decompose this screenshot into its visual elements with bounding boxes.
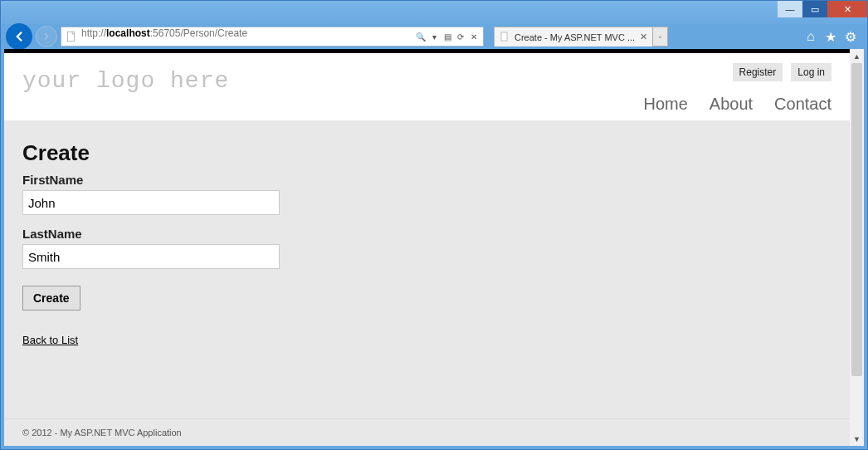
nav-contact[interactable]: Contact <box>774 95 831 114</box>
firstname-input[interactable] <box>22 190 280 215</box>
header-right: Register Log in Home About Contact <box>643 63 831 114</box>
page-body: Create FirstName LastName Create Back to… <box>4 120 850 418</box>
account-links: Register Log in <box>733 63 831 81</box>
scroll-track[interactable] <box>850 63 864 432</box>
arrow-left-icon <box>12 29 27 44</box>
url-path: :56705/Person/Create <box>150 27 247 39</box>
page-viewport: your logo here Register Log in Home Abou… <box>4 49 850 446</box>
url-proto: http:// <box>81 27 106 39</box>
arrow-right-icon <box>41 32 51 42</box>
register-link[interactable]: Register <box>733 63 783 81</box>
nav-about[interactable]: About <box>710 95 753 114</box>
address-bar[interactable]: http://localhost:56705/Person/Create 🔍 ▾… <box>61 27 484 46</box>
url-host: localhost <box>106 27 150 39</box>
page-title: Create <box>22 140 831 166</box>
vertical-scrollbar[interactable]: ▲ ▼ <box>850 49 864 446</box>
tab-strip: Create - My ASP.NET MVC ... ✕ ▫ <box>494 27 668 46</box>
lastname-label: LastName <box>22 227 831 241</box>
search-dropdown-icon[interactable]: ▾ <box>428 31 440 42</box>
browser-tab-active[interactable]: Create - My ASP.NET MVC ... ✕ <box>494 27 653 46</box>
svg-rect-0 <box>67 32 74 42</box>
browser-toolbar: http://localhost:56705/Person/Create 🔍 ▾… <box>1 24 867 49</box>
window-close-button[interactable]: ✕ <box>827 1 867 17</box>
compat-view-icon[interactable]: ▤ <box>441 31 453 42</box>
nav-back-button[interactable] <box>6 23 32 50</box>
scroll-thumb[interactable] <box>851 63 862 376</box>
window-controls: — ▭ ✕ <box>778 1 867 17</box>
nav-home[interactable]: Home <box>643 95 687 114</box>
page-footer: © 2012 - My ASP.NET MVC Application <box>4 418 850 446</box>
window-minimize-button[interactable]: — <box>778 1 802 17</box>
address-bar-actions: 🔍 ▾ ▤ ⟳ ✕ <box>415 31 483 42</box>
scroll-up-button[interactable]: ▲ <box>850 49 864 63</box>
window-maximize-button[interactable]: ▭ <box>802 1 827 17</box>
refresh-icon[interactable]: ⟳ <box>455 31 466 42</box>
search-icon[interactable]: 🔍 <box>415 31 427 42</box>
back-to-list-link[interactable]: Back to List <box>22 334 78 346</box>
scroll-down-button[interactable]: ▼ <box>850 432 864 446</box>
toolbar-right: ⌂ ★ ⚙ <box>804 30 862 43</box>
site-logo[interactable]: your logo here <box>22 63 229 94</box>
login-link[interactable]: Log in <box>791 63 831 81</box>
firstname-label: FirstName <box>22 173 831 187</box>
client-area: your logo here Register Log in Home Abou… <box>4 49 864 446</box>
tools-gear-icon[interactable]: ⚙ <box>844 30 857 43</box>
submit-row: Create <box>22 286 831 311</box>
browser-window: — ▭ ✕ http://localhost:56705/Person/Crea… <box>0 0 868 450</box>
page-icon <box>64 29 79 44</box>
create-button[interactable]: Create <box>22 286 80 311</box>
url-text[interactable]: http://localhost:56705/Person/Create <box>81 27 415 46</box>
window-titlebar: — ▭ ✕ <box>1 1 867 24</box>
tab-favicon <box>500 32 510 43</box>
lastname-input[interactable] <box>22 244 280 269</box>
new-tab-button[interactable]: ▫ <box>653 27 668 46</box>
stop-icon[interactable]: ✕ <box>468 31 480 42</box>
nav-forward-button[interactable] <box>36 26 57 47</box>
svg-rect-1 <box>501 32 507 41</box>
home-icon[interactable]: ⌂ <box>804 30 817 43</box>
main-nav: Home About Contact <box>643 95 831 114</box>
page-header: your logo here Register Log in Home Abou… <box>4 53 850 114</box>
tab-title: Create - My ASP.NET MVC ... <box>514 32 635 42</box>
favorites-icon[interactable]: ★ <box>824 30 837 43</box>
tab-close-button[interactable]: ✕ <box>640 32 647 42</box>
